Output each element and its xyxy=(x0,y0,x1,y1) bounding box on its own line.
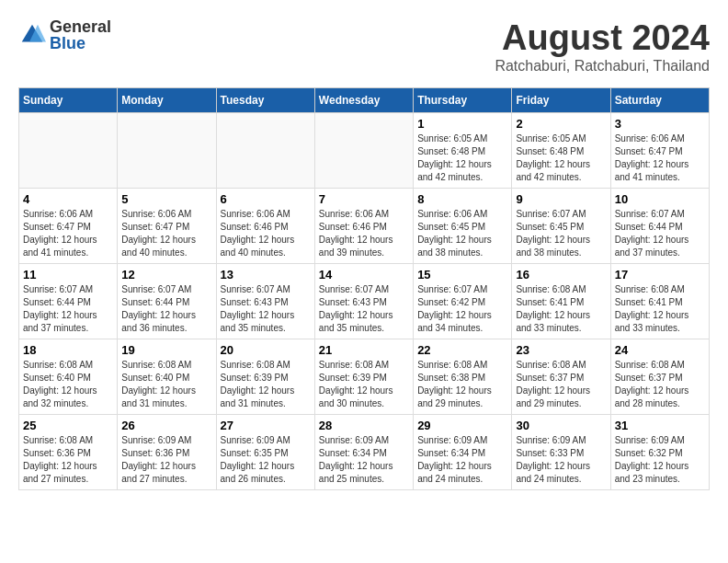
day-info: Sunrise: 6:06 AM Sunset: 6:46 PM Dayligh… xyxy=(319,208,409,259)
day-info: Sunrise: 6:06 AM Sunset: 6:47 PM Dayligh… xyxy=(121,208,211,259)
day-info: Sunrise: 6:06 AM Sunset: 6:47 PM Dayligh… xyxy=(23,208,113,259)
calendar-cell: 22Sunrise: 6:08 AM Sunset: 6:38 PM Dayli… xyxy=(414,339,512,415)
calendar-cell: 12Sunrise: 6:07 AM Sunset: 6:44 PM Dayli… xyxy=(118,264,216,339)
week-row-5: 25Sunrise: 6:08 AM Sunset: 6:36 PM Dayli… xyxy=(19,415,710,490)
calendar-cell: 7Sunrise: 6:06 AM Sunset: 6:46 PM Daylig… xyxy=(314,189,413,264)
calendar-cell: 17Sunrise: 6:08 AM Sunset: 6:41 PM Dayli… xyxy=(610,264,709,339)
week-row-1: 1Sunrise: 6:05 AM Sunset: 6:48 PM Daylig… xyxy=(19,113,710,189)
calendar-cell: 13Sunrise: 6:07 AM Sunset: 6:43 PM Dayli… xyxy=(216,264,314,339)
calendar-cell: 21Sunrise: 6:08 AM Sunset: 6:39 PM Dayli… xyxy=(314,339,413,415)
day-info: Sunrise: 6:08 AM Sunset: 6:36 PM Dayligh… xyxy=(23,434,113,486)
day-info: Sunrise: 6:09 AM Sunset: 6:33 PM Dayligh… xyxy=(516,434,606,486)
calendar-cell: 15Sunrise: 6:07 AM Sunset: 6:42 PM Dayli… xyxy=(414,264,512,339)
day-info: Sunrise: 6:09 AM Sunset: 6:36 PM Dayligh… xyxy=(121,434,211,486)
day-number: 11 xyxy=(23,268,113,282)
day-info: Sunrise: 6:07 AM Sunset: 6:44 PM Dayligh… xyxy=(615,208,705,259)
calendar-cell: 27Sunrise: 6:09 AM Sunset: 6:35 PM Dayli… xyxy=(216,415,314,490)
calendar-cell: 14Sunrise: 6:07 AM Sunset: 6:43 PM Dayli… xyxy=(314,264,413,339)
day-number: 15 xyxy=(417,268,507,282)
day-number: 24 xyxy=(615,343,705,357)
week-row-3: 11Sunrise: 6:07 AM Sunset: 6:44 PM Dayli… xyxy=(19,264,710,339)
day-number: 27 xyxy=(221,419,311,432)
weekday-header-wednesday: Wednesday xyxy=(314,88,413,113)
day-number: 22 xyxy=(417,343,507,357)
calendar-cell: 31Sunrise: 6:09 AM Sunset: 6:32 PM Dayli… xyxy=(610,415,709,490)
day-number: 1 xyxy=(417,117,507,131)
calendar-cell xyxy=(216,113,314,189)
weekday-header-sunday: Sunday xyxy=(19,88,118,113)
logo-blue-text: Blue xyxy=(50,35,111,52)
day-info: Sunrise: 6:09 AM Sunset: 6:35 PM Dayligh… xyxy=(221,434,311,486)
day-number: 19 xyxy=(121,343,211,357)
calendar-cell: 10Sunrise: 6:07 AM Sunset: 6:44 PM Dayli… xyxy=(610,189,709,264)
calendar-cell xyxy=(118,113,216,189)
calendar-cell: 11Sunrise: 6:07 AM Sunset: 6:44 PM Dayli… xyxy=(19,264,118,339)
day-info: Sunrise: 6:08 AM Sunset: 6:41 PM Dayligh… xyxy=(615,283,705,335)
day-number: 3 xyxy=(615,117,705,131)
day-info: Sunrise: 6:07 AM Sunset: 6:44 PM Dayligh… xyxy=(121,283,211,335)
calendar-cell: 16Sunrise: 6:08 AM Sunset: 6:41 PM Dayli… xyxy=(512,264,610,339)
day-number: 12 xyxy=(121,268,211,282)
day-number: 25 xyxy=(23,419,113,432)
calendar-cell: 1Sunrise: 6:05 AM Sunset: 6:48 PM Daylig… xyxy=(414,113,512,189)
weekday-header-thursday: Thursday xyxy=(414,88,512,113)
day-info: Sunrise: 6:06 AM Sunset: 6:46 PM Dayligh… xyxy=(221,208,311,259)
day-info: Sunrise: 6:09 AM Sunset: 6:34 PM Dayligh… xyxy=(319,434,409,486)
weekday-header-saturday: Saturday xyxy=(610,88,709,113)
day-number: 18 xyxy=(23,343,113,357)
week-row-2: 4Sunrise: 6:06 AM Sunset: 6:47 PM Daylig… xyxy=(19,189,710,264)
day-info: Sunrise: 6:07 AM Sunset: 6:44 PM Dayligh… xyxy=(23,283,113,335)
calendar-cell: 4Sunrise: 6:06 AM Sunset: 6:47 PM Daylig… xyxy=(19,189,118,264)
day-number: 14 xyxy=(319,268,409,282)
day-number: 6 xyxy=(221,192,311,206)
weekday-header-monday: Monday xyxy=(118,88,216,113)
day-info: Sunrise: 6:08 AM Sunset: 6:40 PM Dayligh… xyxy=(23,359,113,410)
weekday-header-friday: Friday xyxy=(512,88,610,113)
day-info: Sunrise: 6:07 AM Sunset: 6:45 PM Dayligh… xyxy=(516,208,606,259)
day-info: Sunrise: 6:05 AM Sunset: 6:48 PM Dayligh… xyxy=(516,132,606,184)
day-info: Sunrise: 6:05 AM Sunset: 6:48 PM Dayligh… xyxy=(417,132,507,184)
day-number: 23 xyxy=(516,343,606,357)
day-number: 17 xyxy=(615,268,705,282)
logo: General Blue xyxy=(18,18,111,52)
week-row-4: 18Sunrise: 6:08 AM Sunset: 6:40 PM Dayli… xyxy=(19,339,710,415)
calendar-cell: 18Sunrise: 6:08 AM Sunset: 6:40 PM Dayli… xyxy=(19,339,118,415)
day-number: 7 xyxy=(319,192,409,206)
weekday-header-tuesday: Tuesday xyxy=(216,88,314,113)
day-number: 28 xyxy=(319,419,409,432)
day-number: 2 xyxy=(516,117,606,131)
day-info: Sunrise: 6:06 AM Sunset: 6:45 PM Dayligh… xyxy=(417,208,507,259)
calendar-cell: 19Sunrise: 6:08 AM Sunset: 6:40 PM Dayli… xyxy=(118,339,216,415)
calendar-cell: 25Sunrise: 6:08 AM Sunset: 6:36 PM Dayli… xyxy=(19,415,118,490)
day-info: Sunrise: 6:08 AM Sunset: 6:41 PM Dayligh… xyxy=(516,283,606,335)
calendar-cell: 24Sunrise: 6:08 AM Sunset: 6:37 PM Dayli… xyxy=(610,339,709,415)
day-info: Sunrise: 6:08 AM Sunset: 6:39 PM Dayligh… xyxy=(221,359,311,410)
logo-icon xyxy=(18,21,46,49)
calendar-cell: 3Sunrise: 6:06 AM Sunset: 6:47 PM Daylig… xyxy=(610,113,709,189)
day-info: Sunrise: 6:07 AM Sunset: 6:42 PM Dayligh… xyxy=(417,283,507,335)
calendar-cell: 9Sunrise: 6:07 AM Sunset: 6:45 PM Daylig… xyxy=(512,189,610,264)
day-number: 20 xyxy=(221,343,311,357)
calendar-cell: 2Sunrise: 6:05 AM Sunset: 6:48 PM Daylig… xyxy=(512,113,610,189)
day-number: 13 xyxy=(221,268,311,282)
day-number: 4 xyxy=(23,192,113,206)
day-info: Sunrise: 6:08 AM Sunset: 6:37 PM Dayligh… xyxy=(615,359,705,410)
calendar-cell: 29Sunrise: 6:09 AM Sunset: 6:34 PM Dayli… xyxy=(414,415,512,490)
day-info: Sunrise: 6:08 AM Sunset: 6:39 PM Dayligh… xyxy=(319,359,409,410)
day-number: 21 xyxy=(319,343,409,357)
calendar-cell: 30Sunrise: 6:09 AM Sunset: 6:33 PM Dayli… xyxy=(512,415,610,490)
day-number: 26 xyxy=(121,419,211,432)
day-info: Sunrise: 6:07 AM Sunset: 6:43 PM Dayligh… xyxy=(221,283,311,335)
day-info: Sunrise: 6:08 AM Sunset: 6:37 PM Dayligh… xyxy=(516,359,606,410)
day-info: Sunrise: 6:09 AM Sunset: 6:34 PM Dayligh… xyxy=(417,434,507,486)
calendar-cell: 28Sunrise: 6:09 AM Sunset: 6:34 PM Dayli… xyxy=(314,415,413,490)
logo-general-text: General xyxy=(50,18,111,35)
day-number: 29 xyxy=(417,419,507,432)
day-number: 16 xyxy=(516,268,606,282)
day-info: Sunrise: 6:06 AM Sunset: 6:47 PM Dayligh… xyxy=(615,132,705,184)
day-number: 8 xyxy=(417,192,507,206)
calendar-cell xyxy=(314,113,413,189)
day-info: Sunrise: 6:08 AM Sunset: 6:40 PM Dayligh… xyxy=(121,359,211,410)
day-info: Sunrise: 6:08 AM Sunset: 6:38 PM Dayligh… xyxy=(417,359,507,410)
day-number: 10 xyxy=(615,192,705,206)
